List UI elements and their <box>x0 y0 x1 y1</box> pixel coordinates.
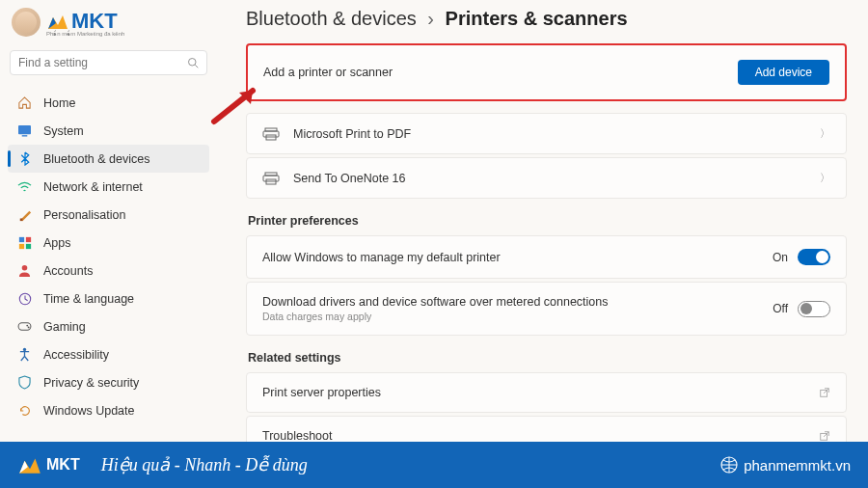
toggle-state-text: On <box>773 251 788 264</box>
svg-point-14 <box>23 348 26 351</box>
section-title-related: Related settings <box>248 351 847 365</box>
home-icon <box>17 95 32 110</box>
person-icon <box>17 263 32 278</box>
svg-point-0 <box>189 59 197 67</box>
printer-row[interactable]: Send To OneNote 16 〉 <box>246 157 847 199</box>
add-printer-label: Add a printer or scanner <box>263 66 738 79</box>
svg-rect-6 <box>25 236 30 241</box>
svg-rect-11 <box>18 323 31 330</box>
external-link-icon <box>819 430 830 442</box>
chevron-right-icon: › <box>427 8 434 29</box>
pref-label: Download drivers and device software ove… <box>262 295 773 309</box>
sidebar-item-label: Privacy & security <box>43 376 139 390</box>
pref-sublabel: Data charges may apply <box>262 311 773 322</box>
external-link-icon <box>819 387 830 398</box>
gamepad-icon <box>17 319 32 334</box>
sidebar-item-apps[interactable]: Apps <box>8 229 209 257</box>
sidebar-item-label: Time & language <box>43 292 134 306</box>
footer-logo-text: MKT <box>46 456 80 474</box>
accessibility-icon <box>17 347 32 362</box>
shield-icon <box>17 375 32 390</box>
sidebar-item-label: Apps <box>43 236 71 250</box>
sidebar-item-home[interactable]: Home <box>8 89 209 117</box>
footer-logo: MKT <box>17 454 80 475</box>
footer-url-text: phanmemmkt.vn <box>744 457 851 474</box>
svg-rect-3 <box>22 135 28 136</box>
svg-point-12 <box>26 325 28 327</box>
printer-row[interactable]: Microsoft Print to PDF 〉 <box>246 113 847 154</box>
search-icon <box>187 57 199 68</box>
toggle-state-text: Off <box>773 302 788 315</box>
globe-icon <box>720 456 738 474</box>
breadcrumb-current: Printers & scanners <box>446 8 628 29</box>
sidebar-item-personalisation[interactable]: Personalisation <box>8 201 209 229</box>
sidebar-item-accounts[interactable]: Accounts <box>8 257 209 285</box>
chevron-right-icon: 〉 <box>820 126 830 141</box>
chevron-right-icon: 〉 <box>820 171 830 185</box>
svg-rect-19 <box>263 176 279 181</box>
related-label: Troubleshoot <box>262 429 819 442</box>
sidebar-item-gaming[interactable]: Gaming <box>8 312 209 340</box>
related-label: Print server properties <box>262 386 819 399</box>
add-printer-row: Add a printer or scanner Add device <box>246 43 847 101</box>
pref-metered-download: Download drivers and device software ove… <box>246 282 847 336</box>
svg-rect-5 <box>18 236 23 241</box>
related-troubleshoot[interactable]: Troubleshoot <box>246 416 847 442</box>
sidebar-item-label: Gaming <box>43 320 86 334</box>
pref-label: Allow Windows to manage my default print… <box>262 251 773 264</box>
footer-banner: MKT Hiệu quả - Nhanh - Dễ dùng phanmemmk… <box>0 442 868 488</box>
sidebar-item-label: Personalisation <box>43 208 125 222</box>
breadcrumb: Bluetooth & devices › Printers & scanner… <box>246 8 847 30</box>
sidebar-item-privacy[interactable]: Privacy & security <box>8 368 209 396</box>
svg-rect-16 <box>263 131 279 137</box>
brush-icon <box>17 207 32 222</box>
mkt-logo-icon <box>17 454 42 475</box>
printer-icon <box>262 127 280 141</box>
svg-rect-7 <box>18 243 23 248</box>
brand-logo: MKT Phần mềm Marketing đa kênh <box>8 0 209 46</box>
sidebar-item-network[interactable]: Network & internet <box>8 173 209 201</box>
svg-rect-4 <box>19 218 22 221</box>
printer-label: Microsoft Print to PDF <box>293 127 820 141</box>
breadcrumb-parent[interactable]: Bluetooth & devices <box>246 8 417 29</box>
apps-icon <box>17 235 32 250</box>
printer-icon <box>262 172 280 185</box>
sidebar-item-label: Home <box>43 96 75 110</box>
sidebar-item-update[interactable]: Windows Update <box>8 396 209 424</box>
search-input-wrap[interactable] <box>10 50 207 75</box>
svg-rect-8 <box>25 243 30 248</box>
sidebar-item-label: Accounts <box>43 264 93 278</box>
pref-default-printer: Allow Windows to manage my default print… <box>246 235 847 279</box>
sidebar-item-bluetooth[interactable]: Bluetooth & devices <box>8 145 209 173</box>
footer-url[interactable]: phanmemmkt.vn <box>720 456 851 474</box>
svg-rect-2 <box>18 125 31 134</box>
wifi-icon <box>17 179 32 194</box>
search-input[interactable] <box>18 56 187 69</box>
related-print-server[interactable]: Print server properties <box>246 372 847 413</box>
sidebar-item-time[interactable]: Time & language <box>8 285 209 312</box>
toggle-switch[interactable] <box>798 301 830 317</box>
sidebar-nav: Home System Bluetooth & devices Network … <box>8 89 209 424</box>
sidebar-item-label: Windows Update <box>43 404 135 418</box>
system-icon <box>17 123 32 138</box>
section-title-preferences: Printer preferences <box>248 214 847 228</box>
sidebar-item-label: System <box>43 124 84 138</box>
update-icon <box>17 403 32 418</box>
clock-icon <box>17 291 32 306</box>
sidebar-item-system[interactable]: System <box>8 117 209 145</box>
svg-line-1 <box>195 65 198 68</box>
printer-label: Send To OneNote 16 <box>293 172 820 185</box>
user-avatar <box>12 8 41 37</box>
toggle-switch[interactable] <box>798 249 830 265</box>
sidebar-item-label: Accessibility <box>43 348 109 362</box>
add-device-button[interactable]: Add device <box>738 60 829 85</box>
logo-subtitle: Phần mềm Marketing đa kênh <box>46 30 124 37</box>
sidebar-item-label: Network & internet <box>43 180 143 194</box>
sidebar-item-label: Bluetooth & devices <box>43 152 150 166</box>
svg-point-9 <box>22 264 28 270</box>
footer-tagline: Hiệu quả - Nhanh - Dễ dùng <box>101 454 720 475</box>
bluetooth-icon <box>17 151 32 166</box>
sidebar-item-accessibility[interactable]: Accessibility <box>8 340 209 368</box>
mkt-logo-icon <box>46 12 69 31</box>
svg-point-13 <box>28 327 30 329</box>
